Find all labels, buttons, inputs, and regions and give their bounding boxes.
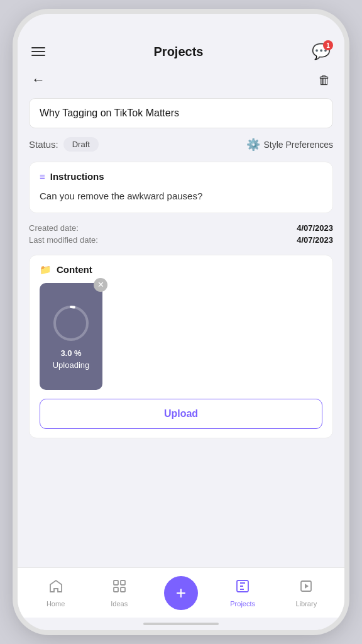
created-date-value: 4/07/2023 bbox=[297, 223, 333, 233]
nav-projects-label: Projects bbox=[230, 600, 255, 608]
modified-date-value: 4/07/2023 bbox=[297, 235, 333, 245]
nav-library-label: Library bbox=[296, 600, 317, 608]
svg-rect-2 bbox=[114, 580, 118, 585]
svg-rect-5 bbox=[121, 587, 125, 592]
upload-thumbnail: ✕ 3.0 % Uploading bbox=[40, 283, 102, 390]
menu-button[interactable] bbox=[31, 47, 45, 56]
content-card: 📁 Content ✕ 3.0 % Uploading Upload bbox=[29, 255, 333, 438]
nav-library[interactable]: Library bbox=[287, 579, 325, 608]
instructions-card: ≡ Instructions Can you remove the awkwar… bbox=[29, 162, 333, 213]
notification-button[interactable]: 💬 1 bbox=[312, 43, 331, 60]
delete-button[interactable]: 🗑 bbox=[315, 70, 333, 90]
remove-upload-button[interactable]: ✕ bbox=[94, 278, 107, 292]
back-button[interactable]: ← bbox=[29, 69, 48, 91]
status-badge: Draft bbox=[63, 137, 99, 152]
content-title: Content bbox=[57, 264, 92, 275]
header: Projects 💬 1 bbox=[18, 36, 344, 67]
svg-point-0 bbox=[55, 307, 87, 340]
instructions-text: Can you remove the awkward pauses? bbox=[40, 189, 322, 204]
style-preferences-button[interactable]: ⚙️ Style Preferences bbox=[246, 138, 334, 152]
instructions-header: ≡ Instructions bbox=[40, 171, 322, 182]
status-label: Status: bbox=[29, 139, 58, 150]
nav-home[interactable]: Home bbox=[37, 579, 75, 608]
upload-progress: 3.0 % bbox=[60, 348, 81, 358]
projects-icon bbox=[235, 579, 250, 597]
svg-rect-3 bbox=[121, 580, 125, 585]
svg-marker-8 bbox=[305, 584, 309, 589]
uploading-label: Uploading bbox=[53, 360, 90, 370]
progress-ring bbox=[51, 303, 91, 343]
bottom-navigation: Home Ideas + bbox=[18, 567, 344, 618]
instructions-title: Instructions bbox=[50, 171, 104, 182]
modified-date-row: Last modified date: 4/07/2023 bbox=[29, 235, 333, 245]
created-date-row: Created date: 4/07/2023 bbox=[29, 223, 333, 233]
instructions-icon: ≡ bbox=[40, 171, 45, 182]
gear-icon: ⚙️ bbox=[246, 138, 260, 152]
main-content: ← 🗑 Status: Draft ⚙️ Style Preferences bbox=[18, 67, 344, 567]
project-title-input[interactable] bbox=[29, 98, 333, 128]
status-row: Status: Draft ⚙️ Style Preferences bbox=[29, 137, 333, 152]
notification-badge: 1 bbox=[323, 40, 333, 50]
created-date-label: Created date: bbox=[29, 223, 79, 233]
modified-date-label: Last modified date: bbox=[29, 235, 98, 245]
nav-add-button[interactable]: + bbox=[164, 576, 198, 610]
content-header: 📁 Content bbox=[40, 264, 322, 275]
ideas-icon bbox=[112, 579, 127, 597]
nav-ideas-label: Ideas bbox=[111, 600, 128, 608]
home-indicator bbox=[18, 618, 344, 630]
nav-home-label: Home bbox=[47, 600, 65, 608]
dates-section: Created date: 4/07/2023 Last modified da… bbox=[29, 223, 333, 245]
home-icon bbox=[48, 579, 63, 597]
nav-projects[interactable]: Projects bbox=[224, 579, 261, 608]
nav-ideas[interactable]: Ideas bbox=[101, 579, 138, 608]
upload-button[interactable]: Upload bbox=[40, 399, 322, 429]
style-prefs-label: Style Preferences bbox=[264, 140, 334, 150]
library-icon bbox=[299, 579, 314, 597]
page-title: Projects bbox=[154, 45, 204, 59]
top-actions: ← 🗑 bbox=[29, 67, 333, 91]
svg-rect-4 bbox=[114, 587, 118, 592]
folder-icon: 📁 bbox=[40, 264, 52, 275]
